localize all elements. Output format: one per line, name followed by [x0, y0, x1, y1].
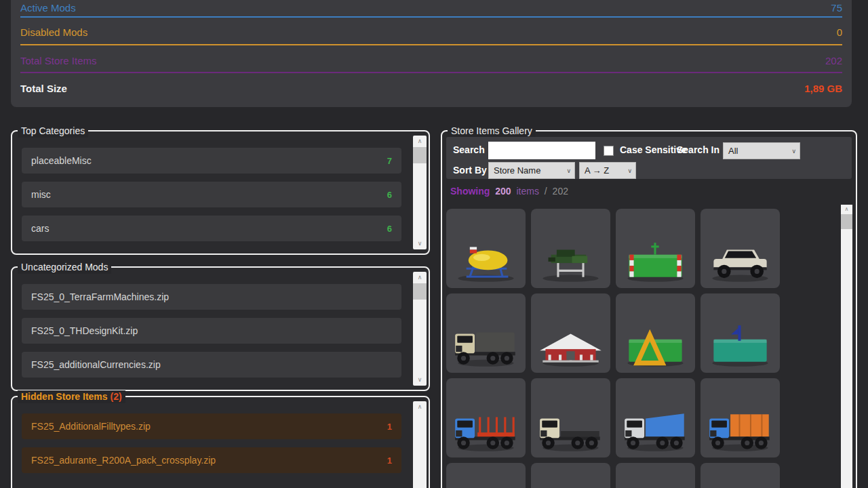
gallery-tile-partial[interactable] — [531, 463, 610, 488]
thumbnail-green-container-aframe — [620, 324, 690, 369]
category-row-count: 6 — [387, 190, 392, 200]
group-store-items-gallery: Store Items Gallery Search Case Sensitiv… — [441, 130, 857, 488]
mod-row[interactable]: FS25_additionalCurrencies.zip — [22, 352, 401, 378]
top-categories-list: placeableMisc7misc6cars6 — [22, 148, 401, 249]
gallery-tile-green-container-aframe[interactable] — [616, 293, 695, 373]
scroll-thumb[interactable] — [413, 283, 427, 300]
search-in-label: Search In — [677, 144, 719, 155]
hidden-store-items-title: Hidden Store Items — [21, 391, 108, 402]
gallery-tile-partial[interactable] — [446, 463, 526, 488]
uncategorized-mods-header: Uncategorized Mods — [18, 261, 111, 274]
group-uncategorized-mods: Uncategorized Mods FS25_0_TerraFarmMachi… — [11, 266, 430, 391]
hidden-store-items-header: Hidden Store Items (2) — [18, 390, 125, 403]
total-store-items-value: 202 — [825, 55, 842, 66]
disabled-mods-value: 0 — [837, 26, 842, 38]
search-in-dropdown[interactable]: All ∨ — [723, 142, 800, 159]
thumbnail-tan-truck-chassis — [536, 409, 606, 453]
chevron-down-icon: ∨ — [791, 144, 796, 159]
thumbnail-white-offroad-suv — [705, 239, 775, 284]
showing-separator: / — [545, 186, 547, 197]
gallery-tile-green-striped-container[interactable] — [616, 209, 695, 288]
stat-row-total-store-items: Total Store Items 202 — [20, 45, 842, 73]
chevron-down-icon: ∨ — [566, 163, 571, 179]
gallery-tile-green-field-implement[interactable] — [531, 209, 610, 288]
hidden-store-items-list: FS25_AdditionalFilltypes.zip1FS25_aduran… — [22, 413, 401, 481]
sort-direction-value: A → Z — [585, 165, 609, 176]
gallery-search-panel: Search Case Sensitive Search In All ∨ So… — [446, 137, 852, 179]
category-row[interactable]: misc6 — [22, 182, 401, 207]
chevron-down-icon: ∨ — [627, 163, 632, 179]
stat-row-active-mods: Active Mods 75 — [20, 0, 842, 18]
mod-manager-window: Active Mods 75 Disabled Mods 0 Total Sto… — [0, 0, 868, 488]
thumbnail-blue-truck-orange-trailer — [705, 409, 775, 453]
search-input[interactable] — [488, 142, 595, 159]
thumbnail-blue-log-truck — [451, 409, 521, 453]
mod-row[interactable]: FS25_0_TerraFarmMachines.zip — [22, 284, 401, 310]
thumbnail-red-farm-building — [536, 324, 606, 369]
scroll-thumb[interactable] — [413, 147, 427, 163]
category-row-count: 6 — [387, 224, 392, 234]
category-row-count: 7 — [387, 156, 392, 166]
stats-panel: Active Mods 75 Disabled Mods 0 Total Sto… — [11, 0, 852, 107]
gallery-tile-partial[interactable] — [616, 463, 695, 488]
sort-direction-dropdown[interactable]: A → Z ∨ — [579, 162, 636, 179]
gallery-grid — [446, 209, 787, 488]
thumbnail-green-field-implement — [536, 239, 606, 284]
gallery-tile-teal-container-mast[interactable] — [701, 293, 780, 373]
gallery-tile-white-offroad-suv[interactable] — [701, 209, 780, 288]
disabled-mods-label: Disabled Mods — [20, 26, 87, 38]
sort-by-dropdown[interactable]: Store Name ∨ — [488, 162, 575, 179]
stat-row-total-size: Total Size 1,89 GB — [20, 73, 842, 104]
scroll-up-icon[interactable]: ∧ — [841, 205, 852, 214]
gallery-tile-military-flatbed-truck[interactable] — [446, 293, 526, 373]
mod-row-name: FS25_0_THDesignKit.zip — [31, 325, 138, 336]
sort-by-label: Sort By — [453, 165, 487, 176]
hidden-item-row-name: FS25_adurante_R200A_pack_crossplay.zip — [31, 455, 216, 466]
search-label: Search — [453, 144, 485, 155]
mod-row[interactable]: FS25_0_THDesignKit.zip — [22, 318, 401, 344]
stat-row-disabled-mods: Disabled Mods 0 — [20, 18, 842, 45]
hidden-item-row[interactable]: FS25_adurante_R200A_pack_crossplay.zip1 — [22, 447, 401, 473]
gallery-tile-partial[interactable] — [701, 463, 780, 488]
hidden-store-items-scrollbar[interactable]: ∧ ∨ — [413, 401, 427, 488]
mod-row-name: FS25_0_TerraFarmMachines.zip — [31, 291, 169, 302]
top-categories-header: Top Categories — [18, 125, 88, 138]
showing-status: Showing 200 items / 202 — [450, 186, 571, 202]
thumbnail-green-striped-container — [620, 239, 690, 284]
gallery-tile-yellow-crop-sprayer[interactable] — [446, 209, 526, 288]
total-store-items-label: Total Store Items — [20, 55, 97, 66]
thumbnail-teal-container-mast — [705, 324, 775, 369]
case-sensitive-checkbox[interactable] — [604, 146, 614, 156]
gallery-tile-red-farm-building[interactable] — [531, 293, 610, 373]
group-top-categories: Top Categories placeableMisc7misc6cars6 … — [11, 130, 430, 255]
gallery-scrollbar[interactable]: ∧ — [841, 205, 852, 488]
sort-by-value: Store Name — [494, 165, 540, 176]
scroll-down-icon[interactable]: ∨ — [413, 375, 427, 385]
gallery-tile-blue-log-truck[interactable] — [446, 378, 526, 458]
hidden-item-row-count: 1 — [387, 455, 392, 466]
store-items-gallery-header: Store Items Gallery — [448, 125, 536, 138]
uncategorized-mods-scrollbar[interactable]: ∧ ∨ — [413, 272, 427, 386]
search-in-value: All — [728, 146, 738, 156]
category-row[interactable]: placeableMisc7 — [22, 148, 401, 174]
scroll-up-icon[interactable]: ∧ — [413, 272, 427, 283]
category-row-name: misc — [31, 189, 51, 200]
showing-total: 202 — [553, 186, 568, 197]
gallery-tile-blue-truck-orange-trailer[interactable] — [701, 378, 780, 458]
hidden-item-row[interactable]: FS25_AdditionalFilltypes.zip1 — [22, 413, 401, 439]
active-mods-label: Active Mods — [20, 2, 76, 14]
scroll-down-icon[interactable]: ∨ — [413, 239, 427, 249]
showing-count: 200 — [495, 186, 511, 197]
scroll-thumb[interactable] — [841, 214, 852, 229]
total-size-label: Total Size — [20, 83, 67, 94]
category-row-name: placeableMisc — [31, 155, 92, 166]
scroll-up-icon[interactable]: ∧ — [413, 136, 427, 146]
thumbnail-white-dump-truck — [620, 409, 690, 453]
gallery-tile-tan-truck-chassis[interactable] — [531, 378, 610, 458]
scroll-up-icon[interactable]: ∧ — [413, 402, 427, 412]
gallery-tile-white-dump-truck[interactable] — [616, 378, 695, 458]
category-row[interactable]: cars6 — [22, 216, 401, 241]
mod-row-name: FS25_additionalCurrencies.zip — [31, 359, 161, 370]
top-categories-scrollbar[interactable]: ∧ ∨ — [413, 136, 427, 249]
thumbnail-yellow-crop-sprayer — [451, 239, 521, 284]
